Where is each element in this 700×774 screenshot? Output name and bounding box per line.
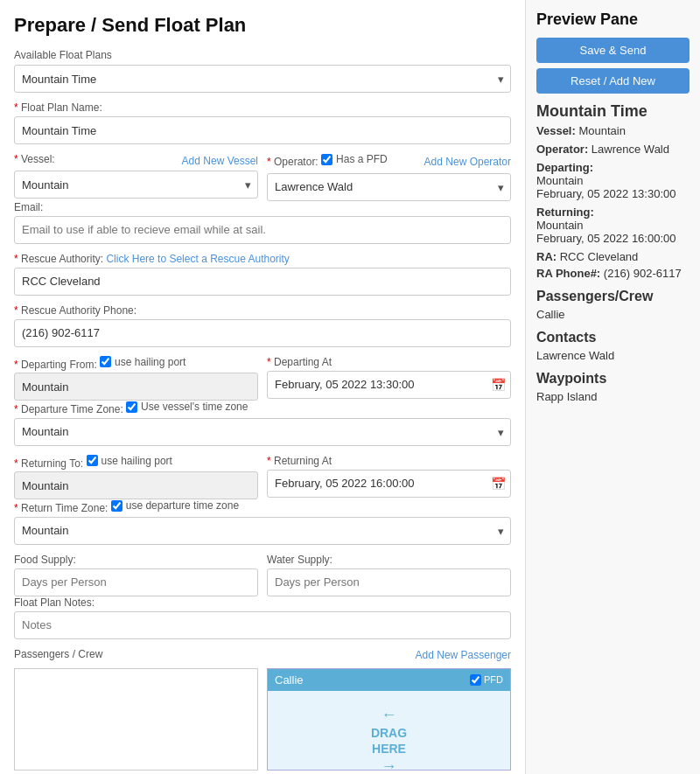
passengers-list-right: Callie PFD ← DRAG HERE → (267, 668, 511, 771)
drag-right-arrow: → (382, 757, 397, 774)
water-supply-col: Water Supply: (267, 554, 511, 596)
returning-to-label: * Returning To: use hailing port (14, 455, 258, 470)
email-label: Email: (14, 201, 511, 213)
preview-waypoint: Rapp Island (536, 390, 690, 403)
pfd-checkbox-label: Has a PFD (321, 153, 388, 165)
passenger-callie-name: Callie (275, 673, 304, 687)
available-plans-select-wrapper: Mountain Time (14, 65, 511, 93)
rescue-authority-input[interactable] (14, 268, 511, 296)
passengers-list-left (14, 668, 258, 771)
sidebar-title: Preview Pane (536, 10, 690, 29)
rescue-authority-link[interactable]: Click Here to Select a Rescue Authority (106, 253, 289, 265)
departing-at-label: * Departing At (267, 356, 511, 368)
save-send-button[interactable]: Save & Send (536, 38, 690, 63)
rescue-phone-label: * Rescue Authority Phone: (14, 304, 511, 317)
available-plans-group: Available Float Plans Mountain Time (14, 49, 511, 93)
operator-header: * Operator: Has a PFD Add New Operator (267, 153, 511, 171)
notes-input[interactable] (14, 611, 511, 639)
float-plan-name-group: * Float Plan Name: (14, 101, 511, 144)
callie-pfd-checkbox[interactable] (470, 674, 481, 686)
reset-add-new-button[interactable]: Reset / Add New (536, 68, 690, 94)
passengers-group: Passengers / Crew Add New Passenger Call… (14, 648, 511, 771)
departure-tz-label: * Departure Time Zone: Use vessel's time… (14, 401, 511, 415)
rescue-authority-label: * Rescue Authority: Click Here to Select… (14, 253, 511, 265)
departing-row: * Departing From: use hailing port * Dep… (14, 356, 511, 401)
preview-operator: Operator: Lawrence Wald (536, 143, 690, 156)
preview-returning: Returning: Mountain February, 05 2022 16… (536, 206, 690, 245)
food-supply-col: Food Supply: (14, 554, 258, 596)
vessel-select[interactable]: Mountain (14, 171, 258, 199)
preview-plan-name: Mountain Time (536, 102, 690, 121)
pfd-checkbox[interactable] (321, 154, 332, 165)
preview-ra: RA: RCC Cleveland (536, 250, 690, 263)
departing-at-col: * Departing At 📅 (267, 356, 511, 401)
return-tz-select-wrapper: Mountain (14, 517, 511, 545)
rescue-phone-input[interactable] (14, 319, 511, 347)
vessel-col: * Vessel: Add New Vessel Mountain (14, 153, 258, 201)
email-group: Email: (14, 201, 511, 244)
food-supply-input[interactable] (14, 568, 258, 596)
add-operator-link[interactable]: Add New Operator (424, 156, 511, 168)
return-tz-label: * Return Time Zone: use departure time z… (14, 499, 511, 514)
add-passenger-link[interactable]: Add New Passenger (416, 649, 511, 661)
departing-from-input[interactable] (14, 373, 258, 401)
add-vessel-link[interactable]: Add New Vessel (182, 155, 258, 167)
sidebar: Preview Pane Save & Send Reset / Add New… (525, 0, 700, 774)
departing-from-col: * Departing From: use hailing port (14, 356, 258, 401)
water-supply-label: Water Supply: (267, 554, 511, 566)
available-plans-select[interactable]: Mountain Time (14, 65, 511, 93)
use-hailing-port-checkbox[interactable] (100, 356, 111, 367)
passenger-callie[interactable]: Callie PFD (268, 669, 510, 691)
vessel-label: * Vessel: (14, 153, 55, 165)
return-tz-select[interactable]: Mountain (14, 517, 511, 545)
preview-section: Mountain Time Vessel: Mountain Operator:… (536, 102, 690, 403)
operator-col: * Operator: Has a PFD Add New Operator L… (267, 153, 511, 201)
preview-ra-phone: RA Phone#: (216) 902-6117 (536, 267, 690, 280)
email-input[interactable] (14, 216, 511, 244)
departing-at-input[interactable] (267, 371, 511, 399)
returning-to-input[interactable] (14, 471, 258, 499)
contacts-heading: Contacts (536, 330, 690, 345)
drag-label-line1: DRAG (371, 726, 407, 740)
use-vessel-tz-checkbox[interactable] (126, 401, 137, 413)
float-plan-name-input[interactable] (14, 116, 511, 144)
operator-select-wrapper: Lawrence Wald (267, 173, 511, 201)
use-departure-tz-checkbox[interactable] (111, 500, 122, 512)
vessel-select-wrapper: Mountain (14, 171, 258, 199)
preview-departing: Departing: Mountain February, 05 2022 13… (536, 161, 690, 200)
waypoints-heading: Waypoints (536, 371, 690, 387)
passengers-heading: Passengers/Crew (536, 289, 690, 304)
food-supply-label: Food Supply: (14, 554, 258, 566)
vessel-header: * Vessel: Add New Vessel (14, 153, 258, 168)
passengers-header: Passengers / Crew Add New Passenger (14, 648, 511, 663)
notes-group: Float Plan Notes: (14, 596, 511, 639)
return-tz-group: * Return Time Zone: use departure time z… (14, 499, 511, 545)
supply-row: Food Supply: Water Supply: (14, 554, 511, 596)
available-plans-label: Available Float Plans (14, 49, 511, 61)
preview-vessel: Vessel: Mountain (536, 124, 690, 137)
water-supply-input[interactable] (267, 568, 511, 596)
hailing-port2-checkbox-label: use hailing port (87, 455, 172, 467)
returning-at-input[interactable] (267, 470, 511, 498)
notes-label: Float Plan Notes: (14, 596, 511, 609)
departure-tz-checkbox-label: use departure time zone (111, 499, 239, 512)
rescue-authority-group: * Rescue Authority: Click Here to Select… (14, 253, 511, 296)
hailing-port-checkbox-label: use hailing port (100, 356, 186, 368)
returning-at-label: * Returning At (267, 455, 511, 467)
drag-here-area: ← DRAG HERE → (268, 691, 510, 775)
returning-to-col: * Returning To: use hailing port (14, 455, 258, 500)
rescue-phone-group: * Rescue Authority Phone: (14, 304, 511, 347)
passenger-callie-pfd: PFD (470, 674, 503, 686)
main-panel: Prepare / Send Float Plan Available Floa… (0, 0, 525, 774)
use-hailing-port2-checkbox[interactable] (87, 455, 98, 466)
departing-at-wrapper: 📅 (267, 371, 511, 399)
preview-passenger: Callie (536, 308, 690, 321)
drag-label-line2: HERE (372, 742, 406, 756)
operator-select[interactable]: Lawrence Wald (267, 173, 511, 201)
passengers-area: Callie PFD ← DRAG HERE → (14, 668, 511, 771)
returning-at-wrapper: 📅 (267, 470, 511, 498)
operator-label: * Operator: Has a PFD (267, 153, 388, 168)
departure-tz-select[interactable]: Mountain (14, 418, 511, 446)
returning-at-col: * Returning At 📅 (267, 455, 511, 500)
page-title: Prepare / Send Float Plan (14, 14, 511, 37)
